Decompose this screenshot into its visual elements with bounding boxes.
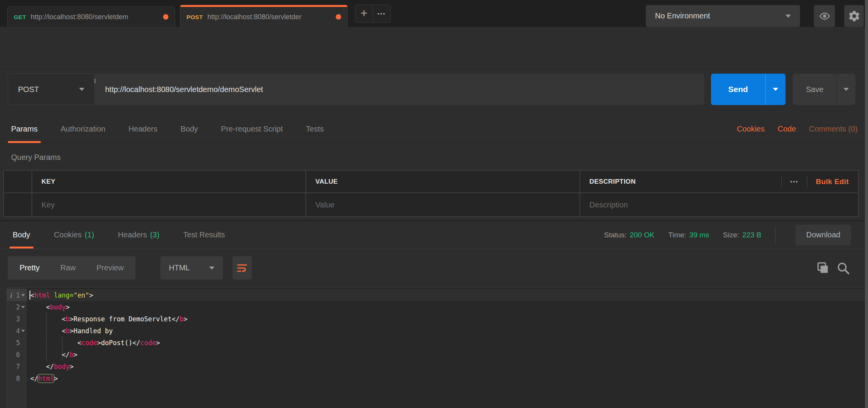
tab-params[interactable]: Params [8,115,41,143]
size-badge: Size:223 B [723,231,761,239]
size-value: 223 B [742,231,761,239]
response-code-editor[interactable]: i12345678 <html lang="en"> <body> <b>Res… [7,287,865,408]
comments-link[interactable]: Comments (0) [809,125,858,133]
code-line[interactable]: </html> [28,372,865,384]
value-input[interactable]: Value [306,193,579,216]
code-line[interactable]: <html lang="en"> [28,289,865,301]
window-scrollbar[interactable] [865,0,868,408]
line-number: 5 [16,339,20,347]
divider [775,227,776,243]
code-line[interactable]: </b> [28,349,865,360]
tab-test-results[interactable]: Test Results [180,221,228,248]
gutter-row: 6 [7,349,27,360]
time-value: 39 ms [689,231,709,239]
new-tab-button[interactable]: + [355,5,373,23]
fold-arrow-icon[interactable] [20,292,26,298]
request-tab-get[interactable]: GET http://localhost:8080/servletdem [7,7,175,27]
request-tab-post[interactable]: POST http://localhost:8080/servletder [180,5,348,27]
code-line[interactable]: <b>Response from DemoServlet</b> [28,313,865,325]
description-input[interactable]: Description [580,193,858,216]
request-tab-strip: GET http://localhost:8080/servletdem POS… [7,5,348,27]
code-line[interactable]: <code>doPost()</code> [28,337,865,349]
view-mode-preview[interactable]: Preview [86,263,134,272]
params-menu-button[interactable]: ••• [790,178,799,185]
chevron-down-icon [843,88,849,91]
request-title-bar: http://localhost:8080/servletdemo/demoSe… [0,27,868,70]
tab-response-body[interactable]: Body [10,221,33,248]
view-mode-pretty[interactable]: Pretty [9,263,50,272]
gear-icon [848,10,861,23]
gutter-row: 2 [7,301,27,313]
response-format-select[interactable]: HTML [160,256,223,280]
cookies-link[interactable]: Cookies [737,125,764,133]
settings-button[interactable] [844,5,864,27]
line-number: 6 [16,351,20,359]
fold-arrow-icon[interactable] [20,304,26,310]
tab-response-headers[interactable]: Headers (3) [115,221,162,248]
fold-arrow-icon[interactable] [20,328,26,334]
search-response-button[interactable] [836,261,850,275]
download-button[interactable]: Download [795,225,851,245]
tab-headers[interactable]: Headers [125,115,161,143]
more-tabs-button[interactable]: ••• [373,5,391,23]
send-button[interactable]: Send [711,74,785,105]
save-button[interactable]: Save [793,74,855,105]
eye-icon [819,10,830,22]
url-input[interactable]: http://localhost:8080/servletdemo/demoSe… [95,74,704,105]
tab-label: Cookies [54,230,82,239]
line-number: 7 [16,363,20,370]
tab-actions: + ••• [355,5,391,23]
tab-pre-request-script[interactable]: Pre-request Script [218,115,286,143]
method-selected-label: POST [18,85,39,94]
tab-count-badge: (1) [85,230,94,239]
postman-window: GET http://localhost:8080/servletdem POS… [0,0,868,408]
copy-icon [815,261,830,275]
wrap-text-button[interactable] [233,256,252,280]
chevron-down-icon [785,15,791,18]
code-line[interactable]: </body> [28,360,865,372]
tab-method-badge: POST [186,14,203,20]
column-header-value: VALUE [306,171,579,192]
tab-count-badge: (3) [150,230,159,239]
code-line[interactable]: <b>Handled by [28,325,865,337]
tab-label: Test Results [183,230,225,239]
query-params-table: KEY VALUE DESCRIPTION ••• Bulk Edit Key … [3,170,859,217]
response-view-toggle: Pretty Raw Preview [8,256,135,280]
save-label[interactable]: Save [793,74,837,105]
time-badge: Time:39 ms [668,231,710,239]
send-label[interactable]: Send [711,74,765,105]
tab-tests[interactable]: Tests [303,115,327,143]
code-line[interactable]: <body> [28,301,865,313]
request-links: Cookies Code Comments (0) [737,115,858,143]
save-options-button[interactable] [837,74,855,105]
info-icon: i [10,291,12,299]
top-bar: GET http://localhost:8080/servletdem POS… [0,0,868,27]
status-badge: Status:200 OK [604,231,655,239]
chevron-down-icon [79,88,84,91]
environment-quick-look-button[interactable] [814,5,835,27]
chevron-down-icon [209,267,215,270]
code-lines[interactable]: <html lang="en"> <body> <b>Response from… [28,288,865,408]
environment-select[interactable]: No Environment [646,5,800,27]
row-handle-cell [4,193,31,216]
search-icon [836,261,850,275]
tab-body[interactable]: Body [177,115,201,143]
tab-authorization[interactable]: Authorization [58,115,109,143]
line-number: 2 [16,303,20,311]
copy-response-button[interactable] [815,261,830,275]
format-selected-label: HTML [169,263,190,272]
method-select[interactable]: POST [8,74,95,105]
text-cursor [30,291,30,299]
tab-response-cookies[interactable]: Cookies (1) [51,221,97,248]
code-link[interactable]: Code [777,125,796,133]
gutter-row: 8 [7,372,27,384]
time-label: Time: [668,231,686,239]
params-header-tools: ••• Bulk Edit [781,176,849,188]
plus-icon: + [360,7,368,19]
send-options-button[interactable] [765,74,785,105]
bulk-edit-link[interactable]: Bulk Edit [816,178,849,186]
view-mode-raw[interactable]: Raw [50,263,86,272]
key-input[interactable]: Key [32,193,305,216]
unsaved-dot-icon [163,14,168,20]
description-header-label: DESCRIPTION [589,178,636,186]
